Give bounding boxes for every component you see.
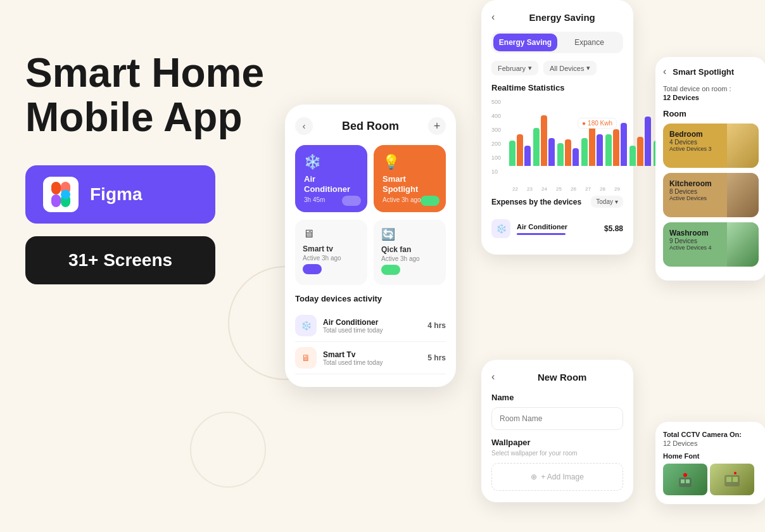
room-name-input[interactable] — [491, 407, 623, 430]
device-cards: ❄️ Air Conditioner 3h 45m 💡 SmartSpotlig… — [295, 145, 446, 212]
fan-icon: 🔄 — [381, 227, 438, 241]
expenses-header: Expenses by the devices Today ▾ — [491, 196, 623, 208]
fan-card[interactable]: 🔄 Qick fan Active 3h ago — [374, 220, 446, 285]
tab-expance[interactable]: Expance — [557, 34, 621, 51]
bar-26-purple — [621, 123, 627, 166]
chart-bars — [491, 99, 623, 175]
room-card-bedroom[interactable]: Bedroom 4 Devices Active Devices 3 — [663, 124, 759, 168]
bar-group-25 — [581, 123, 603, 166]
screens-label: 31+ Screens — [43, 250, 198, 270]
svg-point-4 — [61, 189, 70, 199]
ac-icon: ❄️ — [304, 154, 358, 170]
phone-add-button[interactable]: + — [428, 117, 446, 135]
activity-ac-time: 4 hrs — [427, 321, 446, 330]
tab-energy-saving[interactable]: Energy Saving — [493, 34, 557, 51]
bar-26-orange — [613, 129, 619, 166]
add-image-icon: ⊕ — [531, 472, 537, 481]
bedroom-name: Bedroom — [669, 130, 712, 139]
room-card-washroom[interactable]: Washroom 9 Devices Active Devices 4 — [663, 222, 759, 267]
filter-february[interactable]: February ▾ — [491, 61, 538, 75]
bar-23-purple — [548, 138, 555, 166]
washroom-active: Active Devices 4 — [669, 244, 712, 251]
deco-circle-2 — [190, 412, 266, 488]
add-image-button[interactable]: ⊕ + Add Image — [491, 463, 623, 491]
kitchen-thumb — [727, 173, 759, 217]
spotlight-back-button[interactable]: ‹ — [663, 66, 666, 77]
spotlight-name: SmartSpotlight — [382, 174, 437, 194]
bar-group-26 — [605, 123, 627, 166]
ac-card[interactable]: ❄️ Air Conditioner 3h 45m — [295, 145, 367, 212]
chart-area: 500 400 300 200 100 10 — [491, 99, 623, 181]
bar-25-orange — [589, 123, 595, 166]
bar-23-orange — [541, 115, 547, 166]
bar-group-24 — [557, 139, 579, 166]
energy-tabs: Energy Saving Expance — [491, 32, 623, 53]
energy-back-button[interactable]: ‹ — [491, 11, 495, 23]
activity-tv: 🖥 Smart Tv Total used time today 5 hrs — [295, 342, 446, 374]
expenses-title: Expenses by the devices — [491, 198, 581, 206]
bar-22-purple — [524, 146, 531, 166]
washroom-thumb — [727, 222, 759, 267]
name-label: Name — [491, 393, 623, 402]
svg-point-9 — [734, 472, 737, 474]
smarttv-name: Smart tv — [303, 244, 360, 253]
activity-tv-icon: 🖥 — [295, 347, 317, 369]
title-line2: Mobile App — [25, 94, 242, 140]
wallpaper-sub: Select wallpaper for your room — [491, 450, 623, 457]
title-line1: Smart Home — [25, 50, 264, 96]
bar-27-green — [629, 146, 636, 166]
smarttv-card[interactable]: 🖥 Smart tv Active 3h ago — [295, 220, 367, 285]
filter-row: February ▾ All Devices ▾ — [491, 61, 623, 75]
bedroom-active: Active Devices 3 — [669, 146, 712, 152]
bar-27-purple — [645, 117, 651, 166]
energy-title: Energy Saving — [501, 12, 623, 23]
bar-22-orange — [517, 134, 523, 166]
new-room-back-button[interactable]: ‹ — [491, 371, 495, 383]
phone-header: ‹ Bed Room + — [295, 117, 446, 135]
bar-24-green — [557, 143, 564, 166]
activity-ac: ❄️ Air Conditioner Total used time today… — [295, 310, 446, 342]
spotlight-panel: ‹ Smart Spotlight Total device on room :… — [655, 57, 765, 281]
new-room-header: ‹ New Room — [491, 371, 623, 383]
activity-ac-name: Air Conditioner — [323, 318, 421, 327]
spotlight-title: Smart Spotlight — [673, 67, 759, 77]
home-font-title: Home Font — [663, 452, 759, 460]
kitchen-name: Kitcheroom — [669, 179, 712, 188]
bar-group-27 — [629, 117, 651, 166]
realtime-title: Realtime Statistics — [491, 83, 623, 92]
washroom-devices: 9 Devices — [669, 238, 712, 244]
bar-26-green — [605, 134, 612, 166]
phone-room-title: Bed Room — [342, 120, 399, 133]
spotlight-card[interactable]: 💡 SmartSpotlight Active 3h ago — [374, 145, 446, 212]
bar-24-orange — [565, 139, 571, 166]
activity-tv-name: Smart Tv — [323, 350, 421, 359]
ac-toggle[interactable] — [342, 196, 361, 206]
spotlight-icon: 💡 — [382, 154, 437, 170]
svg-rect-8 — [686, 479, 690, 483]
svg-point-5 — [683, 473, 687, 477]
filter-all-devices[interactable]: All Devices ▾ — [543, 61, 597, 75]
activity-ac-sub: Total used time today — [323, 327, 421, 334]
figma-badge: Figma — [25, 165, 215, 224]
bedroom-devices: 4 Devices — [669, 139, 712, 146]
room-card-kitchen[interactable]: Kitcheroom 8 Devices Active Devices — [663, 173, 759, 217]
kwh-label: ● 180 Kwh — [578, 118, 617, 129]
figma-icon — [43, 177, 79, 212]
new-room-panel: ‹ New Room Name Wallpaper Select wallpap… — [481, 360, 633, 502]
expense-ac-name: Air Conditioner — [517, 223, 598, 231]
phone-mockup: ‹ Bed Room + ❄️ Air Conditioner 3h 45m 💡… — [285, 104, 456, 387]
svg-rect-11 — [726, 477, 731, 482]
svg-rect-12 — [733, 477, 738, 482]
svg-rect-2 — [51, 194, 61, 207]
bar-23-green — [533, 128, 540, 166]
fan-toggle[interactable] — [381, 265, 400, 275]
bedroom-thumb — [727, 124, 759, 168]
today-filter-button[interactable]: Today ▾ — [591, 196, 623, 208]
new-room-title: New Room — [501, 372, 623, 383]
expense-ac-icon: ❄️ — [491, 219, 510, 238]
phone-back-button[interactable]: ‹ — [295, 117, 313, 135]
figma-label: Figma — [90, 184, 142, 205]
smarttv-time: Active 3h ago — [303, 255, 360, 262]
spotlight-toggle[interactable] — [420, 196, 439, 206]
smarttv-toggle[interactable] — [303, 264, 322, 274]
